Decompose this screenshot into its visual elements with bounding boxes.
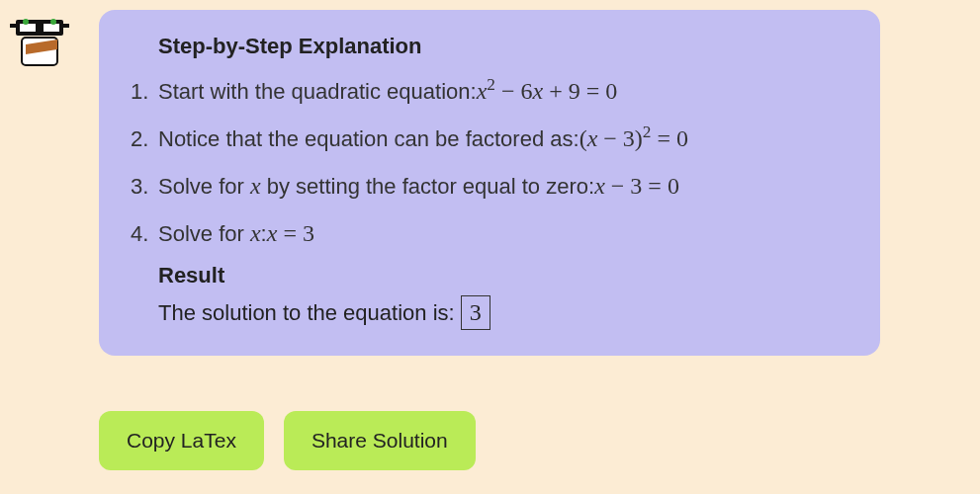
svg-rect-1 (20, 24, 36, 32)
step-math: x=3 (267, 209, 314, 257)
avatar-icon (10, 10, 69, 69)
step-text: Solve for x: (158, 209, 267, 257)
step-math: (x−3)2=0 (579, 115, 688, 162)
step-num: 3. (131, 165, 158, 208)
step-text: Notice that the equation can be factored… (158, 118, 579, 161)
step-text: Start with the quadratic equation: (158, 70, 477, 114)
result-text: The solution to the equation is: (158, 292, 455, 334)
result-heading: Result (158, 263, 850, 288)
svg-point-6 (50, 19, 56, 25)
share-solution-button[interactable]: Share Solution (284, 411, 476, 470)
copy-latex-button[interactable]: Copy LaTex (99, 411, 264, 470)
explanation-heading: Step-by-Step Explanation (158, 34, 850, 59)
step-4: 4. Solve for x: x=3 (131, 209, 850, 257)
step-math: x2−6x+9=0 (477, 67, 618, 115)
step-num: 4. (131, 212, 158, 256)
svg-rect-4 (61, 24, 69, 28)
step-num: 1. (131, 70, 158, 114)
step-2: 2. Notice that the equation can be facto… (131, 115, 850, 162)
step-1: 1. Start with the quadratic equation: x2… (131, 67, 850, 115)
step-text: Solve for x by setting the factor equal … (158, 162, 594, 209)
svg-rect-2 (44, 24, 59, 32)
result-line: The solution to the equation is: 3 (158, 292, 850, 334)
step-num: 2. (131, 118, 158, 161)
svg-point-5 (23, 19, 29, 25)
explanation-card: Step-by-Step Explanation 1. Start with t… (99, 10, 880, 356)
action-bar: Copy LaTex Share Solution (99, 411, 476, 470)
svg-rect-3 (10, 24, 18, 28)
step-math: x−3=0 (594, 162, 679, 209)
step-3: 3. Solve for x by setting the factor equ… (131, 162, 850, 209)
result-value: 3 (461, 295, 490, 330)
